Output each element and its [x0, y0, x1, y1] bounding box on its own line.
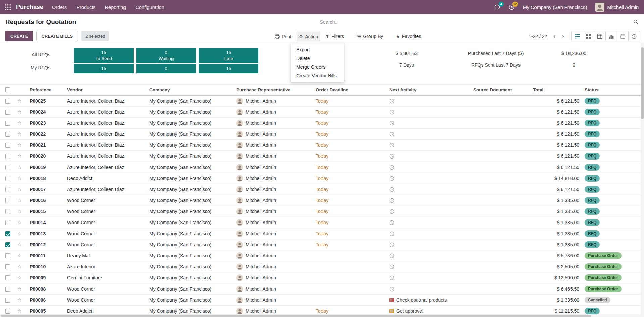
reference-link[interactable]: P00008: [27, 283, 64, 295]
favorite-star-icon[interactable]: ☆: [17, 308, 22, 314]
vertical-scrollbar-thumb[interactable]: [641, 47, 644, 119]
table-row[interactable]: ☆ P00012 Wood Corner My Company (San Fra…: [0, 239, 644, 250]
reference-link[interactable]: P00015: [27, 206, 64, 217]
favorite-star-icon[interactable]: ☆: [17, 131, 22, 137]
col-header-purchase-representative[interactable]: Purchase Representative: [234, 85, 313, 96]
row-checkbox[interactable]: [5, 242, 10, 247]
col-header-total[interactable]: Total: [530, 85, 582, 96]
activity-icon[interactable]: [389, 154, 394, 159]
row-checkbox[interactable]: [5, 253, 10, 258]
app-brand[interactable]: Purchase: [16, 4, 43, 11]
pager-next-button[interactable]: ›: [559, 33, 567, 40]
activity-icon[interactable]: [389, 165, 394, 170]
favorite-star-icon[interactable]: ☆: [17, 164, 22, 170]
reference-link[interactable]: P00025: [27, 96, 64, 107]
activity-icon[interactable]: [389, 198, 394, 203]
favorite-star-icon[interactable]: ☆: [17, 142, 22, 148]
favorite-star-icon[interactable]: ☆: [17, 186, 22, 192]
table-row[interactable]: ☆ P00022 Azure Interior, Colleen Diaz My…: [0, 129, 644, 140]
next-activity-cell[interactable]: [387, 151, 470, 162]
activity-icon[interactable]: [389, 99, 394, 104]
next-activity-cell[interactable]: [387, 184, 470, 195]
dash-late-my[interactable]: 15: [199, 64, 258, 73]
favorite-star-icon[interactable]: ☆: [17, 275, 22, 280]
nav-menu-orders[interactable]: Orders: [52, 5, 67, 10]
favorite-star-icon[interactable]: ☆: [17, 286, 22, 292]
vendor-link[interactable]: Azure Interior, Colleen Diaz: [64, 184, 147, 195]
next-activity-cell[interactable]: [387, 272, 470, 283]
table-row[interactable]: ☆ P00016 Wood Corner My Company (San Fra…: [0, 195, 644, 206]
reference-link[interactable]: P00024: [27, 107, 64, 118]
next-activity-cell[interactable]: [387, 239, 470, 250]
print-button[interactable]: Print: [273, 32, 293, 41]
view-graph-button[interactable]: [605, 31, 617, 41]
favorite-star-icon[interactable]: ☆: [17, 120, 22, 126]
activity-icon[interactable]: [389, 121, 394, 126]
create-button[interactable]: CREATE: [5, 31, 33, 41]
next-activity-cell[interactable]: [387, 118, 470, 129]
activity-icon[interactable]: [389, 176, 394, 181]
activity-icon[interactable]: [389, 253, 394, 258]
reference-link[interactable]: P00011: [27, 250, 64, 261]
action-button[interactable]: ⚙ Action: [297, 32, 320, 41]
next-activity-cell[interactable]: [387, 283, 470, 295]
table-row[interactable]: ☆ P00009 Gemini Furniture My Company (Sa…: [0, 272, 644, 283]
vendor-link[interactable]: Azure Interior, Colleen Diaz: [64, 129, 147, 140]
table-row[interactable]: ☆ P00011 Ready Mat My Company (San Franc…: [0, 250, 644, 261]
dash-late-all[interactable]: 15 Late: [199, 48, 258, 63]
vendor-link[interactable]: Azure Interior, Colleen Diaz: [64, 107, 147, 118]
reference-link[interactable]: P00020: [27, 151, 64, 162]
activity-icon[interactable]: [389, 264, 394, 269]
table-row[interactable]: ☆ P00025 Azure Interior, Colleen Diaz My…: [0, 96, 644, 107]
horizontal-scrollbar[interactable]: [0, 314, 644, 317]
favorite-star-icon[interactable]: ☆: [17, 231, 22, 236]
next-activity-cell[interactable]: [387, 140, 470, 151]
activity-icon[interactable]: [389, 187, 394, 192]
next-activity-cell[interactable]: Check optional products: [387, 295, 470, 306]
nav-menu-reporting[interactable]: Reporting: [105, 5, 126, 10]
activity-icon[interactable]: [389, 309, 394, 313]
activity-icon[interactable]: [389, 220, 394, 225]
activity-icon[interactable]: [389, 275, 394, 280]
activity-icon[interactable]: [389, 287, 394, 292]
action-menu-merge-orders[interactable]: Merge Orders: [291, 63, 344, 71]
row-checkbox[interactable]: [5, 264, 10, 269]
col-header-status[interactable]: Status: [582, 85, 644, 96]
view-kanban-button[interactable]: [583, 31, 594, 41]
row-checkbox[interactable]: [5, 143, 10, 148]
vendor-link[interactable]: Wood Corner: [64, 217, 147, 228]
favorite-star-icon[interactable]: ☆: [17, 98, 22, 104]
view-list-button[interactable]: [571, 31, 583, 41]
activity-icon[interactable]: [389, 132, 394, 137]
view-dashboard-button[interactable]: [628, 31, 640, 41]
table-row[interactable]: ☆ P00019 Azure Interior, Colleen Diaz My…: [0, 162, 644, 173]
next-activity-cell[interactable]: [387, 228, 470, 239]
col-header-company[interactable]: Company: [147, 85, 234, 96]
next-activity-cell[interactable]: [387, 107, 470, 118]
favorite-star-icon[interactable]: ☆: [17, 219, 22, 225]
reference-link[interactable]: P00016: [27, 195, 64, 206]
vendor-link[interactable]: Ready Mat: [64, 250, 147, 261]
row-checkbox[interactable]: [5, 220, 10, 225]
next-activity-cell[interactable]: [387, 206, 470, 217]
vendor-link[interactable]: Azure Interior: [64, 261, 147, 272]
favorite-star-icon[interactable]: ☆: [17, 242, 22, 247]
company-switcher[interactable]: My Company (San Francisco): [523, 5, 587, 10]
row-checkbox[interactable]: [5, 121, 10, 126]
activity-icon[interactable]: [389, 209, 394, 214]
pager-previous-button[interactable]: ‹: [550, 33, 559, 40]
table-row[interactable]: ☆ P00015 Wood Corner My Company (San Fra…: [0, 206, 644, 217]
filters-button[interactable]: Filters: [323, 32, 346, 41]
row-checkbox[interactable]: [5, 165, 10, 170]
vendor-link[interactable]: Gemini Furniture: [64, 272, 147, 283]
row-checkbox[interactable]: [5, 287, 10, 292]
vendor-link[interactable]: Azure Interior, Colleen Diaz: [64, 151, 147, 162]
next-activity-cell[interactable]: [387, 162, 470, 173]
dash-to-send-my[interactable]: 15: [74, 64, 134, 73]
row-checkbox[interactable]: [5, 154, 10, 159]
col-header-reference[interactable]: Reference: [27, 85, 64, 96]
reference-link[interactable]: P00023: [27, 118, 64, 129]
favorite-star-icon[interactable]: ☆: [17, 153, 22, 159]
messages-button[interactable]: 4: [494, 4, 500, 10]
dash-waiting-all[interactable]: 0 Waiting: [136, 48, 196, 63]
